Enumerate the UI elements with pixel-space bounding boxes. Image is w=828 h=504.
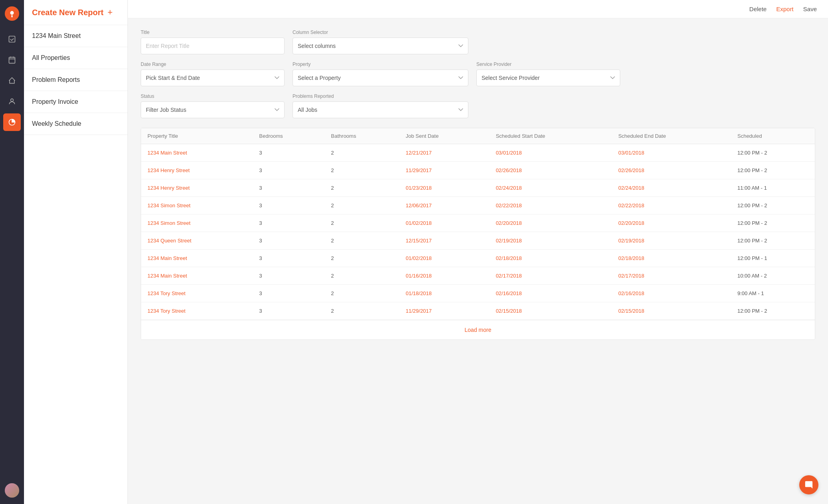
table-row: 1234 Main Street 3 2 01/16/2018 02/17/20… — [141, 267, 815, 285]
sidebar-icon-calendar[interactable] — [3, 51, 21, 69]
cell-scheduled-time: 12:00 PM - 2 — [731, 302, 815, 320]
cell-bathrooms: 2 — [324, 267, 399, 285]
table-body: 1234 Main Street 3 2 12/21/2017 03/01/20… — [141, 144, 815, 320]
cell-scheduled-time: 9:00 AM - 1 — [731, 285, 815, 302]
cell-scheduled-time: 12:00 PM - 2 — [731, 162, 815, 179]
nav-item-main-street[interactable]: 1234 Main Street — [24, 25, 127, 47]
col-job-sent-date: Job Sent Date — [399, 128, 489, 144]
delete-button[interactable]: Delete — [749, 6, 766, 12]
cell-bathrooms: 2 — [324, 214, 399, 232]
cell-job-sent-date: 12/21/2017 — [399, 144, 489, 162]
date-filter-group: Date Range Pick Start & End DateLast 7 d… — [141, 62, 285, 86]
cell-property-title[interactable]: 1234 Main Street — [141, 144, 253, 162]
cell-scheduled-start: 02/17/2018 — [490, 267, 612, 285]
nav-add-icon[interactable]: + — [107, 7, 113, 18]
cell-property-title[interactable]: 1234 Main Street — [141, 250, 253, 267]
table-row: 1234 Tory Street 3 2 11/29/2017 02/15/20… — [141, 302, 815, 320]
status-select[interactable]: Filter Job StatusPendingCompletedCancell… — [141, 101, 285, 118]
status-label: Status — [141, 93, 285, 99]
column-select[interactable]: Select columnsAll ColumnsCustom — [293, 38, 468, 54]
problems-label: Problems Reported — [293, 93, 468, 99]
chat-bubble[interactable] — [799, 475, 818, 494]
cell-scheduled-time: 12:00 PM - 2 — [731, 197, 815, 214]
cell-scheduled-start: 02/20/2018 — [490, 214, 612, 232]
date-select[interactable]: Pick Start & End DateLast 7 daysLast 30 … — [141, 69, 285, 86]
cell-property-title[interactable]: 1234 Main Street — [141, 267, 253, 285]
sidebar — [0, 0, 24, 504]
cell-job-sent-date: 01/02/2018 — [399, 250, 489, 267]
table-row: 1234 Henry Street 3 2 11/29/2017 02/26/2… — [141, 162, 815, 179]
provider-select[interactable]: Select Service Provider — [476, 69, 620, 86]
problems-select[interactable]: All JobsWith ProblemsWithout Problems — [293, 101, 468, 118]
nav-item-problem-reports[interactable]: Problem Reports — [24, 69, 127, 91]
cell-scheduled-start: 02/15/2018 — [490, 302, 612, 320]
column-label: Column Selector — [293, 30, 468, 35]
col-scheduled-start: Scheduled Start Date — [490, 128, 612, 144]
cell-bedrooms: 3 — [253, 250, 325, 267]
table-row: 1234 Simon Street 3 2 01/02/2018 02/20/2… — [141, 214, 815, 232]
cell-job-sent-date: 01/18/2018 — [399, 285, 489, 302]
property-select[interactable]: Select a Property1234 Main Street1234 He… — [293, 69, 468, 86]
nav-item-property-invoice[interactable]: Property Invoice — [24, 91, 127, 113]
nav-item-weekly-schedule[interactable]: Weekly Schedule — [24, 113, 127, 135]
cell-job-sent-date: 01/16/2018 — [399, 267, 489, 285]
filter-row-1: Title Column Selector Select columnsAll … — [141, 30, 815, 54]
cell-scheduled-time: 12:00 PM - 2 — [731, 232, 815, 250]
table-header: Property Title Bedrooms Bathrooms Job Se… — [141, 128, 815, 144]
property-label: Property — [293, 62, 468, 67]
cell-scheduled-end: 02/16/2018 — [612, 285, 731, 302]
cell-scheduled-start: 02/22/2018 — [490, 197, 612, 214]
table-row: 1234 Henry Street 3 2 01/23/2018 02/24/2… — [141, 179, 815, 197]
cell-property-title[interactable]: 1234 Simon Street — [141, 214, 253, 232]
sidebar-icon-home[interactable] — [3, 72, 21, 89]
table-row: 1234 Queen Street 3 2 12/15/2017 02/19/2… — [141, 232, 815, 250]
sidebar-icon-chart[interactable] — [3, 113, 21, 131]
cell-scheduled-time: 10:00 AM - 2 — [731, 267, 815, 285]
cell-property-title[interactable]: 1234 Queen Street — [141, 232, 253, 250]
report-table: Property Title Bedrooms Bathrooms Job Se… — [141, 128, 815, 320]
cell-property-title[interactable]: 1234 Tory Street — [141, 285, 253, 302]
cell-scheduled-start: 02/18/2018 — [490, 250, 612, 267]
table-row: 1234 Simon Street 3 2 12/06/2017 02/22/2… — [141, 197, 815, 214]
report-table-wrapper: Property Title Bedrooms Bathrooms Job Se… — [141, 128, 815, 340]
sidebar-icon-person[interactable] — [3, 93, 21, 110]
cell-job-sent-date: 11/29/2017 — [399, 302, 489, 320]
main-content: Delete Export Save Title Column Selector… — [128, 0, 828, 504]
app-logo[interactable] — [5, 6, 19, 21]
date-label: Date Range — [141, 62, 285, 67]
svg-rect-2 — [9, 57, 15, 63]
cell-bathrooms: 2 — [324, 162, 399, 179]
table-row: 1234 Main Street 3 2 01/02/2018 02/18/20… — [141, 250, 815, 267]
cell-scheduled-start: 02/26/2018 — [490, 162, 612, 179]
top-bar: Delete Export Save — [128, 0, 828, 18]
export-button[interactable]: Export — [776, 6, 793, 12]
load-more-button[interactable]: Load more — [141, 320, 815, 339]
cell-scheduled-time: 12:00 PM - 2 — [731, 144, 815, 162]
cell-job-sent-date: 01/23/2018 — [399, 179, 489, 197]
property-filter-group: Property Select a Property1234 Main Stre… — [293, 62, 468, 86]
svg-rect-1 — [9, 36, 15, 42]
cell-scheduled-end: 02/24/2018 — [612, 179, 731, 197]
cell-job-sent-date: 01/02/2018 — [399, 214, 489, 232]
user-avatar[interactable] — [5, 483, 19, 498]
title-input[interactable] — [141, 38, 285, 54]
sidebar-icon-checkbox[interactable] — [3, 30, 21, 48]
cell-property-title[interactable]: 1234 Simon Street — [141, 197, 253, 214]
col-scheduled-end: Scheduled End Date — [612, 128, 731, 144]
cell-bedrooms: 3 — [253, 162, 325, 179]
chat-icon — [804, 480, 813, 489]
cell-scheduled-start: 02/24/2018 — [490, 179, 612, 197]
cell-bathrooms: 2 — [324, 285, 399, 302]
nav-item-all-properties[interactable]: All Properties — [24, 47, 127, 69]
cell-bathrooms: 2 — [324, 197, 399, 214]
col-property-title: Property Title — [141, 128, 253, 144]
cell-bedrooms: 3 — [253, 197, 325, 214]
save-button[interactable]: Save — [803, 6, 817, 12]
col-bathrooms: Bathrooms — [324, 128, 399, 144]
cell-scheduled-end: 02/19/2018 — [612, 232, 731, 250]
cell-bathrooms: 2 — [324, 250, 399, 267]
cell-property-title[interactable]: 1234 Henry Street — [141, 162, 253, 179]
cell-property-title[interactable]: 1234 Tory Street — [141, 302, 253, 320]
cell-scheduled-start: 03/01/2018 — [490, 144, 612, 162]
cell-property-title[interactable]: 1234 Henry Street — [141, 179, 253, 197]
